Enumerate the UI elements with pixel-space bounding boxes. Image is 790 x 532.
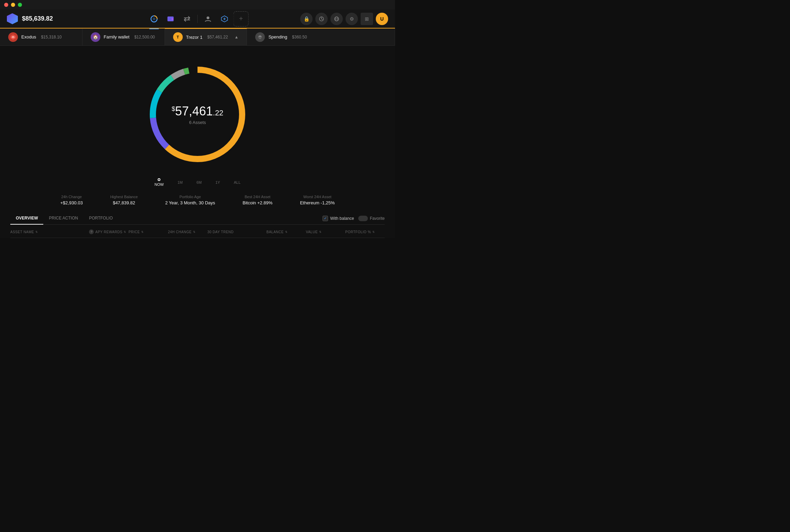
favorite-label: Favorite xyxy=(370,216,385,221)
donut-amount: $57,461.22 xyxy=(172,104,224,118)
family-tab-balance: $12,500.00 xyxy=(134,35,155,39)
topbar-right: 🔒 ⚙ ⊞ U xyxy=(300,13,388,25)
col-value[interactable]: VALUE ⇅ xyxy=(306,229,346,234)
favorite-filter[interactable]: Favorite xyxy=(358,216,385,221)
exodus-tab-name: Exodus xyxy=(21,34,36,39)
sort-value-icon: ⇅ xyxy=(319,230,322,234)
topbar: $85,639.82 xyxy=(0,10,395,29)
time-selector: NOW 1M 6M 1Y ALL xyxy=(0,173,395,189)
stat-best-value: Bitcoin +2.89% xyxy=(242,200,272,205)
stats-row: 24h Change +$2,930.03 Highest Balance $4… xyxy=(0,189,395,212)
table-section: OVERVIEW PRICE ACTION PORTFOLIO ✓ With b… xyxy=(0,212,395,238)
col-asset-name[interactable]: ASSET NAME ⇅ xyxy=(10,229,89,234)
stat-highest-value: $47,839.82 xyxy=(110,200,138,205)
wallet-tab-trezor[interactable]: T Trezor 1 $57,461.22 ▲ xyxy=(165,29,247,45)
tab-price-action[interactable]: PRICE ACTION xyxy=(43,212,83,225)
wallet-tab-spending[interactable]: Spending $360.50 xyxy=(247,29,395,45)
sort-balance-icon: ⇅ xyxy=(285,230,288,234)
col-30day-trend: 30 DAY TREND xyxy=(207,229,267,234)
with-balance-filter[interactable]: ✓ With balance xyxy=(323,216,354,221)
col-24h-change[interactable]: 24H CHANGE ⇅ xyxy=(168,229,207,234)
add-wallet-nav-button[interactable] xyxy=(217,11,232,26)
svg-rect-3 xyxy=(172,18,173,20)
lock-button[interactable]: 🔒 xyxy=(300,13,313,25)
main-content: $57,461.22 6 Assets NOW 1M 6M 1Y ALL 24h… xyxy=(0,46,395,238)
spending-tab-name: Spending xyxy=(268,34,287,39)
sort-24h-icon: ⇅ xyxy=(193,230,196,234)
network-button[interactable] xyxy=(330,13,343,25)
stat-best-asset: Best 24H Asset Bitcoin +2.89% xyxy=(242,195,272,205)
grid-button[interactable]: ⊞ xyxy=(361,13,373,25)
tab-overview[interactable]: OVERVIEW xyxy=(10,212,43,225)
exodus-tab-balance: $15,318.10 xyxy=(41,35,61,39)
svg-point-9 xyxy=(260,38,260,38)
portfolio-nav-button[interactable] xyxy=(147,11,162,26)
wallet-nav-button[interactable] xyxy=(163,11,178,26)
svg-point-4 xyxy=(207,16,210,19)
titlebar xyxy=(0,0,395,10)
maximize-button[interactable] xyxy=(18,3,22,7)
stat-age-value: 2 Year, 3 Month, 30 Days xyxy=(165,200,215,205)
time-6m[interactable]: 6M xyxy=(196,180,202,184)
add-nav-button[interactable]: + xyxy=(234,11,249,26)
avatar-nav-button[interactable] xyxy=(201,11,216,26)
sort-asset-icon: ⇅ xyxy=(35,230,38,234)
tab-filters: ✓ With balance Favorite xyxy=(323,216,385,221)
sort-apy-icon: ⇅ xyxy=(124,230,126,234)
wallet-tab-family[interactable]: 🏠 Family wallet $12,500.00 xyxy=(82,29,165,45)
table-header: ASSET NAME ⇅ ? APY REWARDS ⇅ PRICE ⇅ 24H… xyxy=(10,226,385,238)
topbar-nav: + xyxy=(147,11,249,26)
sort-portfolio-icon: ⇅ xyxy=(372,230,375,234)
wallet-tab-exodus[interactable]: Exodus $15,318.10 xyxy=(0,29,82,45)
donut-chart: $57,461.22 6 Assets xyxy=(143,59,252,169)
svg-point-8 xyxy=(258,35,262,39)
tab-portfolio[interactable]: PORTFOLIO xyxy=(83,212,118,225)
donut-cents: .22 xyxy=(213,109,224,117)
time-1y[interactable]: 1Y xyxy=(215,180,220,184)
total-balance: $85,639.82 xyxy=(22,15,53,22)
stat-worst-asset: Worst 24H Asset Ethereum -1,25% xyxy=(300,195,335,205)
col-price[interactable]: PRICE ⇅ xyxy=(128,229,168,234)
stat-age-label: Portfolio Age xyxy=(165,195,215,199)
with-balance-label: With balance xyxy=(330,216,354,221)
tabs-row: OVERVIEW PRICE ACTION PORTFOLIO ✓ With b… xyxy=(10,212,385,225)
trezor-tab-name: Trezor 1 xyxy=(186,35,203,40)
col-apy-rewards[interactable]: ? APY REWARDS ⇅ xyxy=(89,229,128,234)
settings-button[interactable]: ⚙ xyxy=(346,13,358,25)
stat-24h-value: +$2,930.03 xyxy=(60,200,82,205)
stat-highest-label: Highest Balance xyxy=(110,195,138,199)
user-avatar-button[interactable]: U xyxy=(376,13,388,25)
history-button[interactable] xyxy=(315,13,328,25)
family-wallet-icon: 🏠 xyxy=(91,32,100,42)
time-dot-now xyxy=(158,178,160,181)
time-now[interactable]: NOW xyxy=(155,178,164,186)
chart-section: $57,461.22 6 Assets xyxy=(0,53,395,173)
stat-best-label: Best 24H Asset xyxy=(242,195,272,199)
family-tab-name: Family wallet xyxy=(104,34,129,39)
stat-worst-value: Ethereum -1,25% xyxy=(300,200,335,205)
close-button[interactable] xyxy=(4,3,8,7)
donut-main-amount: 57,461 xyxy=(175,104,213,118)
minimize-button[interactable] xyxy=(11,3,15,7)
trezor-icon: T xyxy=(173,32,183,42)
col-balance[interactable]: BALANCE ⇅ xyxy=(267,229,306,234)
spending-icon xyxy=(255,32,265,42)
time-1m[interactable]: 1M xyxy=(178,180,183,184)
exodus-icon xyxy=(8,32,18,42)
col-portfolio-pct[interactable]: PORTFOLIO % ⇅ xyxy=(345,229,385,234)
time-all[interactable]: ALL xyxy=(234,180,241,184)
nav-separator xyxy=(198,15,198,23)
trezor-tab-chevron: ▲ xyxy=(235,35,239,39)
sort-price-icon: ⇅ xyxy=(141,230,144,234)
swap-nav-button[interactable] xyxy=(180,11,195,26)
help-apy-icon[interactable]: ? xyxy=(89,229,94,234)
with-balance-checkbox[interactable]: ✓ xyxy=(323,216,328,221)
stat-24h-change: 24h Change +$2,930.03 xyxy=(60,195,82,205)
donut-center: $57,461.22 6 Assets xyxy=(172,104,224,125)
app-logo xyxy=(7,13,18,24)
wallet-tabs: Exodus $15,318.10 🏠 Family wallet $12,50… xyxy=(0,29,395,46)
donut-assets-label: 6 Assets xyxy=(172,120,224,125)
favorite-toggle-switch[interactable] xyxy=(358,216,368,221)
stat-highest-balance: Highest Balance $47,839.82 xyxy=(110,195,138,205)
svg-point-1 xyxy=(153,18,156,20)
